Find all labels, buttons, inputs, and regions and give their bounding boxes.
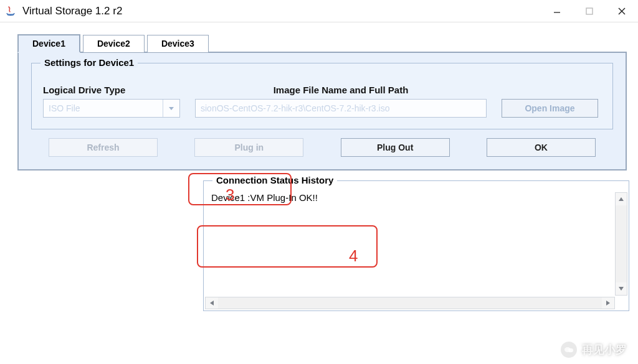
titlebar: Virtual Storage 1.2 r2 xyxy=(0,0,638,22)
minimize-button[interactable] xyxy=(541,0,573,22)
svg-point-10 xyxy=(568,348,573,352)
tab-device1[interactable]: Device1 xyxy=(17,34,80,53)
scroll-right-icon[interactable] xyxy=(602,297,614,309)
ok-button[interactable]: OK xyxy=(487,138,596,157)
image-path-input[interactable] xyxy=(195,99,487,118)
app-body: Device1 Device2 Device3 Settings for Dev… xyxy=(0,22,638,311)
window-controls xyxy=(541,0,638,22)
horizontal-scrollbar[interactable] xyxy=(205,297,615,309)
device-panel: Settings for Device1 Logical Drive Type … xyxy=(17,52,627,170)
tab-label: Device2 xyxy=(97,39,130,49)
device-tabs: Device1 Device2 Device3 xyxy=(17,34,627,52)
maximize-button[interactable] xyxy=(573,0,606,22)
watermark: 再见小罗 xyxy=(561,342,627,358)
settings-group-title: Settings for Device1 xyxy=(40,57,138,68)
scroll-up-icon[interactable] xyxy=(616,193,627,205)
close-button[interactable] xyxy=(606,0,638,22)
logical-drive-type-combo[interactable]: ISO File xyxy=(43,99,180,118)
scroll-left-icon[interactable] xyxy=(206,297,218,309)
image-path-label: Image File Name and Full Path xyxy=(195,85,487,95)
svg-marker-4 xyxy=(169,107,174,110)
watermark-text: 再见小罗 xyxy=(582,342,627,357)
svg-marker-7 xyxy=(210,301,214,306)
java-app-icon xyxy=(5,6,16,17)
window-title: Virtual Storage 1.2 r2 xyxy=(22,5,541,17)
wechat-icon xyxy=(561,342,577,358)
connection-status-title: Connection Status History xyxy=(212,175,337,185)
tab-label: Device3 xyxy=(161,39,194,49)
refresh-button[interactable]: Refresh xyxy=(49,138,158,157)
combo-selected-value: ISO File xyxy=(44,100,163,117)
plugin-button[interactable]: Plug in xyxy=(194,138,303,157)
vertical-scrollbar[interactable] xyxy=(615,192,627,296)
tab-label: Device1 xyxy=(32,39,65,49)
svg-marker-8 xyxy=(606,301,610,306)
svg-marker-5 xyxy=(619,197,624,201)
scroll-down-icon[interactable] xyxy=(616,282,627,295)
action-button-row: Refresh Plug in Plug Out OK xyxy=(31,138,613,157)
svg-rect-1 xyxy=(586,8,593,14)
connection-status-body: Device1 :VM Plug-In OK!! xyxy=(204,191,629,284)
status-line: Device1 :VM Plug-In OK!! xyxy=(211,192,620,203)
tab-device2[interactable]: Device2 xyxy=(83,35,145,52)
plugout-button[interactable]: Plug Out xyxy=(341,138,450,157)
connection-status-group: Connection Status History Device1 :VM Pl… xyxy=(203,180,629,311)
tab-device3[interactable]: Device3 xyxy=(147,35,209,52)
open-image-button[interactable]: Open Image xyxy=(502,99,598,118)
chevron-down-icon[interactable] xyxy=(163,100,179,117)
logical-drive-type-label: Logical Drive Type xyxy=(43,85,180,95)
status-wrap: Connection Status History Device1 :VM Pl… xyxy=(203,180,629,311)
settings-groupbox: Settings for Device1 Logical Drive Type … xyxy=(31,63,613,129)
svg-marker-6 xyxy=(619,287,624,291)
